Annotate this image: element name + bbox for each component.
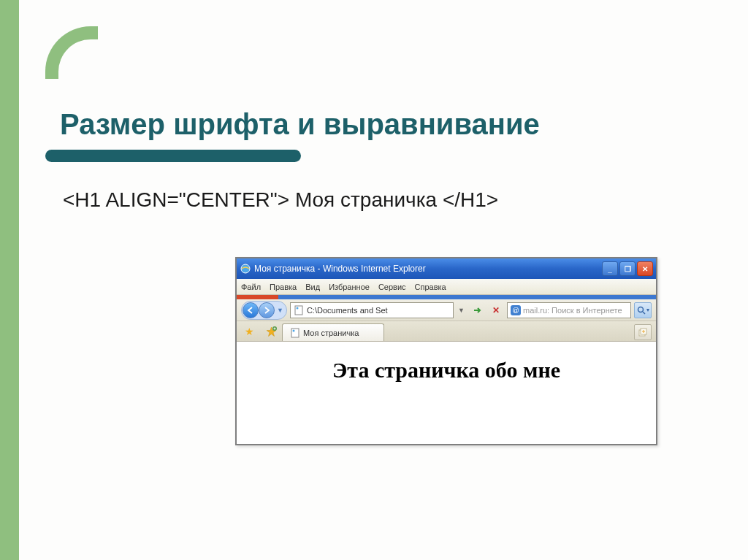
go-button[interactable] (469, 302, 485, 318)
search-box[interactable]: @ mail.ru: Поиск в Интернете (507, 302, 631, 318)
svg-line-4 (643, 312, 645, 314)
nav-buttons: ▼ (241, 301, 287, 320)
svg-rect-1 (295, 306, 302, 315)
browser-tab[interactable]: Моя страничка (282, 323, 384, 341)
new-tab-button[interactable] (634, 324, 652, 340)
window-controls: _ ❐ ✕ (602, 261, 653, 276)
tabs-bar: ★ Моя страничка (237, 321, 656, 342)
favorites-star-icon[interactable]: ★ (241, 323, 257, 340)
page-icon (294, 305, 304, 315)
code-example: <H1 ALIGN="CENTER"> Моя страничка </H1> (63, 188, 498, 212)
window-title: Моя страничка - Windows Internet Explore… (254, 264, 602, 274)
add-favorite-icon[interactable] (263, 323, 279, 340)
back-button[interactable] (243, 302, 259, 318)
search-button[interactable]: ▾ (634, 302, 652, 318)
title-underline (45, 150, 301, 162)
browser-content: Эта страничка обо мне (237, 342, 656, 444)
tab-title: Моя страничка (303, 329, 359, 337)
ie-icon (240, 263, 251, 275)
menubar: Файл Правка Вид Избранное Сервис Справка (237, 279, 656, 295)
maximize-button[interactable]: ❐ (619, 261, 636, 276)
svg-point-3 (638, 307, 643, 312)
menu-edit[interactable]: Правка (270, 283, 297, 291)
slide-left-border (0, 0, 19, 560)
svg-point-7 (293, 329, 295, 331)
titlebar: Моя страничка - Windows Internet Explore… (237, 258, 656, 279)
address-bar[interactable]: C:\Documents and Set (290, 302, 454, 318)
search-placeholder: mail.ru: Поиск в Интернете (523, 306, 622, 315)
address-dropdown-icon[interactable]: ▼ (457, 307, 466, 314)
svg-rect-6 (291, 329, 299, 337)
menu-view[interactable]: Вид (305, 283, 320, 291)
menu-file[interactable]: Файл (241, 283, 261, 291)
search-dropdown-icon: ▾ (646, 307, 649, 313)
nav-toolbar: ▼ C:\Documents and Set ▼ ✕ @ mail.ru: По… (237, 299, 656, 321)
slide-title: Размер шрифта и выравнивание (60, 108, 540, 141)
close-button[interactable]: ✕ (637, 261, 653, 276)
page-heading: Эта страничка обо мне (237, 358, 656, 383)
svg-point-2 (296, 307, 298, 309)
nav-dropdown-icon[interactable]: ▼ (275, 307, 286, 314)
mailru-icon: @ (511, 305, 521, 315)
menu-favorites[interactable]: Избранное (329, 283, 370, 291)
minimize-button[interactable]: _ (602, 261, 618, 276)
menu-tools[interactable]: Сервис (378, 283, 406, 291)
tab-page-icon (290, 328, 300, 338)
address-text: C:\Documents and Set (307, 306, 388, 315)
forward-button[interactable] (259, 302, 275, 318)
browser-window: Моя страничка - Windows Internet Explore… (235, 257, 657, 445)
stop-button[interactable]: ✕ (488, 302, 504, 318)
slide-corner-accent (45, 26, 98, 79)
menu-help[interactable]: Справка (415, 283, 446, 291)
